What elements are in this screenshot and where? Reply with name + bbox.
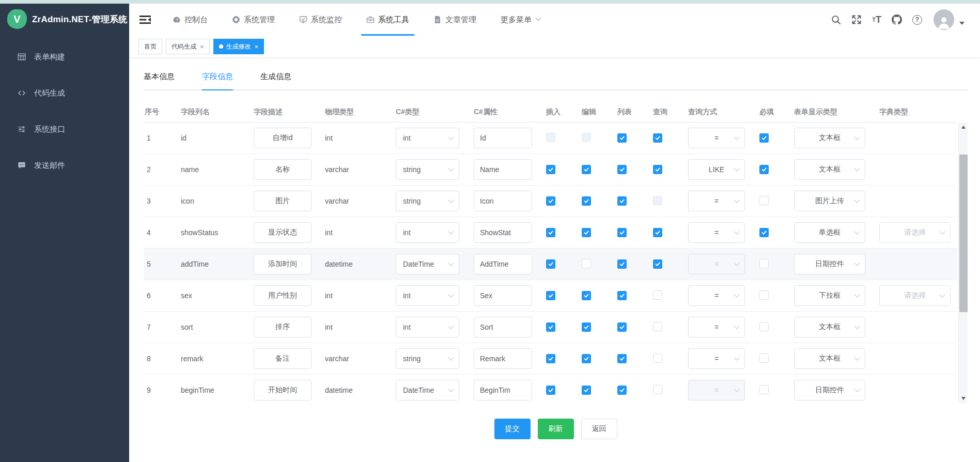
cs-type-select[interactable]: int xyxy=(396,285,459,306)
list-checkbox[interactable] xyxy=(617,165,627,174)
required-checkbox[interactable] xyxy=(759,290,769,300)
sidebar-item-系统接口[interactable]: 系统接口 xyxy=(0,111,129,147)
display-type-select[interactable]: 下拉框 xyxy=(794,285,865,306)
field-desc-input[interactable]: 图片 xyxy=(254,191,312,211)
insert-checkbox[interactable] xyxy=(546,386,555,395)
insert-checkbox[interactable] xyxy=(546,259,555,269)
display-type-select[interactable]: 图片上传 xyxy=(794,191,865,211)
edit-checkbox[interactable] xyxy=(582,165,591,174)
tag-生成修改[interactable]: 生成修改× xyxy=(213,39,265,54)
required-checkbox[interactable] xyxy=(759,133,769,143)
cs-type-select[interactable]: DateTime xyxy=(396,380,459,401)
fullscreen-icon[interactable] xyxy=(851,14,862,25)
insert-checkbox[interactable] xyxy=(546,196,555,206)
close-icon[interactable]: × xyxy=(200,43,204,50)
display-type-select[interactable]: 文本框 xyxy=(794,159,865,180)
github-icon[interactable] xyxy=(892,14,902,25)
required-checkbox[interactable] xyxy=(759,196,769,205)
field-desc-input[interactable]: 用户性别 xyxy=(254,285,312,306)
nav-item-系统监控[interactable]: 系统监控 xyxy=(291,4,350,36)
avatar[interactable] xyxy=(934,9,954,30)
nav-item-文章管理[interactable]: 文章管理 xyxy=(425,4,485,36)
hamburger-icon[interactable] xyxy=(139,15,151,24)
query-type-select[interactable]: = xyxy=(688,128,745,148)
field-desc-input[interactable]: 自增id xyxy=(254,128,312,148)
display-type-select[interactable]: 日期控件 xyxy=(794,380,865,401)
query-checkbox[interactable] xyxy=(653,322,662,331)
app-logo-row[interactable]: V ZrAdmin.NET-管理系统 xyxy=(0,4,129,35)
cs-property-input[interactable]: Id xyxy=(474,128,532,148)
edit-checkbox[interactable] xyxy=(582,291,591,300)
field-desc-input[interactable]: 显示状态 xyxy=(254,222,312,243)
query-checkbox[interactable] xyxy=(653,133,662,143)
scrollbar-thumb[interactable] xyxy=(959,155,968,312)
insert-checkbox[interactable] xyxy=(546,291,555,300)
field-desc-input[interactable]: 开始时间 xyxy=(254,380,312,401)
help-icon[interactable]: ? xyxy=(912,15,922,25)
font-size-icon[interactable]: TT xyxy=(872,14,881,25)
close-icon[interactable]: × xyxy=(255,43,259,50)
cs-property-input[interactable]: Icon xyxy=(474,191,532,211)
cs-property-input[interactable]: Name xyxy=(474,159,532,180)
edit-checkbox[interactable] xyxy=(582,196,591,206)
insert-checkbox[interactable] xyxy=(546,354,555,363)
cs-type-select[interactable]: string xyxy=(396,191,459,211)
query-type-select[interactable]: = xyxy=(688,348,745,369)
edit-checkbox[interactable] xyxy=(582,322,591,332)
nav-item-控制台[interactable]: 控制台 xyxy=(164,4,216,36)
list-checkbox[interactable] xyxy=(617,291,627,300)
query-type-select[interactable]: = xyxy=(688,222,745,243)
required-checkbox[interactable] xyxy=(759,353,769,363)
cs-property-input[interactable]: Sex xyxy=(474,285,532,306)
display-type-select[interactable]: 文本框 xyxy=(794,317,865,337)
query-checkbox[interactable] xyxy=(653,165,662,174)
back-button[interactable]: 返回 xyxy=(581,419,617,439)
tab-生成信息[interactable]: 生成信息 xyxy=(260,72,291,89)
cs-type-select[interactable]: int xyxy=(396,222,459,243)
query-checkbox[interactable] xyxy=(653,385,662,394)
display-type-select[interactable]: 日期控件 xyxy=(794,254,865,274)
cs-property-input[interactable]: Sort xyxy=(474,317,532,337)
tag-首页[interactable]: 首页 xyxy=(138,39,162,54)
cs-property-input[interactable]: Remark xyxy=(474,348,532,369)
edit-checkbox[interactable] xyxy=(582,354,591,363)
query-type-select[interactable]: = xyxy=(688,191,745,211)
query-checkbox[interactable] xyxy=(653,290,662,300)
cs-type-select[interactable]: int xyxy=(396,128,459,148)
query-type-select[interactable]: = xyxy=(688,285,745,306)
display-type-select[interactable]: 文本框 xyxy=(794,348,865,369)
list-checkbox[interactable] xyxy=(617,322,627,332)
tag-代码生成[interactable]: 代码生成× xyxy=(166,39,210,54)
dict-type-select[interactable]: 请选择 xyxy=(879,222,951,243)
cs-type-select[interactable]: string xyxy=(396,159,459,180)
nav-item-系统工具[interactable]: 系统工具 xyxy=(358,4,417,36)
required-checkbox[interactable] xyxy=(759,259,769,268)
query-checkbox[interactable] xyxy=(653,353,662,363)
required-checkbox[interactable] xyxy=(759,322,769,331)
sidebar-item-代码生成[interactable]: 代码生成 xyxy=(0,75,129,111)
insert-checkbox[interactable] xyxy=(546,165,555,174)
submit-button[interactable]: 提交 xyxy=(494,419,531,439)
scroll-down-arrow-icon[interactable] xyxy=(959,395,968,402)
edit-checkbox[interactable] xyxy=(582,228,591,237)
tab-字段信息[interactable]: 字段信息 xyxy=(202,72,233,89)
required-checkbox[interactable] xyxy=(759,165,769,174)
sidebar-item-表单构建[interactable]: 表单构建 xyxy=(0,39,129,75)
scroll-up-arrow-icon[interactable] xyxy=(959,124,968,131)
dict-type-select[interactable]: 请选择 xyxy=(879,285,951,306)
list-checkbox[interactable] xyxy=(617,354,627,363)
query-checkbox[interactable] xyxy=(653,259,662,269)
field-desc-input[interactable]: 备注 xyxy=(254,348,312,369)
refresh-button[interactable]: 刷新 xyxy=(538,419,574,439)
cs-type-select[interactable]: int xyxy=(396,317,459,337)
field-desc-input[interactable]: 添加时间 xyxy=(254,254,312,274)
nav-item-系统管理[interactable]: 系统管理 xyxy=(224,4,283,36)
edit-checkbox[interactable] xyxy=(582,386,591,395)
cs-property-input[interactable]: ShowStat xyxy=(474,222,532,243)
edit-checkbox[interactable] xyxy=(582,259,591,268)
required-checkbox[interactable] xyxy=(759,385,769,394)
cs-property-input[interactable]: BeginTim xyxy=(474,380,532,401)
query-type-select[interactable]: = xyxy=(688,317,745,337)
caret-down-icon[interactable] xyxy=(959,22,965,25)
query-checkbox[interactable] xyxy=(653,228,662,237)
